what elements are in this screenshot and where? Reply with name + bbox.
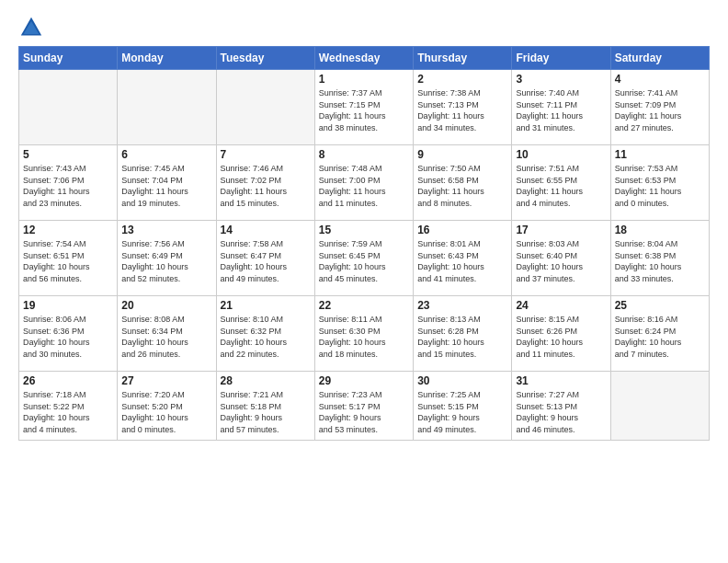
- day-number: 23: [417, 299, 507, 312]
- calendar-cell: 25Sunrise: 8:16 AM Sunset: 6:24 PM Dayli…: [610, 296, 709, 372]
- calendar-cell: 11Sunrise: 7:53 AM Sunset: 6:53 PM Dayli…: [610, 145, 709, 221]
- day-info: Sunrise: 8:04 AM Sunset: 6:38 PM Dayligh…: [615, 238, 705, 284]
- weekday-header-monday: Monday: [118, 47, 216, 70]
- calendar-cell: 5Sunrise: 7:43 AM Sunset: 7:06 PM Daylig…: [19, 145, 118, 221]
- calendar-cell: 3Sunrise: 7:40 AM Sunset: 7:11 PM Daylig…: [512, 70, 610, 145]
- day-info: Sunrise: 7:54 AM Sunset: 6:51 PM Dayligh…: [23, 238, 113, 284]
- day-info: Sunrise: 7:56 AM Sunset: 6:49 PM Dayligh…: [121, 238, 211, 284]
- day-number: 9: [417, 148, 507, 161]
- weekday-header-wednesday: Wednesday: [314, 47, 413, 70]
- day-number: 5: [23, 148, 113, 161]
- day-info: Sunrise: 8:15 AM Sunset: 6:26 PM Dayligh…: [516, 314, 606, 360]
- calendar-cell: 21Sunrise: 8:10 AM Sunset: 6:32 PM Dayli…: [216, 296, 314, 372]
- weekday-header-sunday: Sunday: [19, 47, 118, 70]
- day-info: Sunrise: 7:21 AM Sunset: 5:18 PM Dayligh…: [221, 389, 311, 435]
- weekday-header-friday: Friday: [512, 47, 610, 70]
- day-number: 1: [319, 73, 409, 86]
- calendar-cell: 22Sunrise: 8:11 AM Sunset: 6:30 PM Dayli…: [314, 296, 413, 372]
- logo: [18, 15, 48, 40]
- calendar-cell: 4Sunrise: 7:41 AM Sunset: 7:09 PM Daylig…: [610, 70, 709, 145]
- day-number: 22: [319, 299, 409, 312]
- day-info: Sunrise: 8:13 AM Sunset: 6:28 PM Dayligh…: [417, 314, 507, 360]
- calendar-cell: [19, 70, 118, 145]
- calendar-header: SundayMondayTuesdayWednesdayThursdayFrid…: [19, 47, 710, 70]
- day-number: 31: [516, 374, 606, 387]
- day-number: 12: [23, 224, 113, 236]
- calendar-cell: 8Sunrise: 7:48 AM Sunset: 7:00 PM Daylig…: [314, 145, 413, 221]
- day-info: Sunrise: 8:10 AM Sunset: 6:32 PM Dayligh…: [221, 314, 311, 360]
- calendar-cell: 17Sunrise: 8:03 AM Sunset: 6:40 PM Dayli…: [512, 221, 610, 296]
- calendar-cell: 6Sunrise: 7:45 AM Sunset: 7:04 PM Daylig…: [118, 145, 216, 221]
- day-info: Sunrise: 7:43 AM Sunset: 7:06 PM Dayligh…: [23, 163, 113, 209]
- calendar-cell: 23Sunrise: 8:13 AM Sunset: 6:28 PM Dayli…: [414, 296, 512, 372]
- page: SundayMondayTuesdayWednesdayThursdayFrid…: [0, 0, 728, 563]
- week-row-4: 19Sunrise: 8:06 AM Sunset: 6:36 PM Dayli…: [19, 296, 710, 372]
- calendar-cell: 31Sunrise: 7:27 AM Sunset: 5:13 PM Dayli…: [512, 372, 610, 441]
- day-info: Sunrise: 7:41 AM Sunset: 7:09 PM Dayligh…: [615, 87, 705, 133]
- weekday-row: SundayMondayTuesdayWednesdayThursdayFrid…: [19, 47, 710, 70]
- day-number: 4: [615, 73, 705, 86]
- day-number: 26: [23, 374, 113, 387]
- day-number: 29: [319, 374, 409, 387]
- day-number: 24: [516, 299, 606, 312]
- calendar-table: SundayMondayTuesdayWednesdayThursdayFrid…: [18, 46, 710, 441]
- day-info: Sunrise: 7:50 AM Sunset: 6:58 PM Dayligh…: [417, 163, 507, 209]
- calendar-cell: 20Sunrise: 8:08 AM Sunset: 6:34 PM Dayli…: [118, 296, 216, 372]
- calendar-cell: [118, 70, 216, 145]
- calendar-cell: 26Sunrise: 7:18 AM Sunset: 5:22 PM Dayli…: [19, 372, 118, 441]
- weekday-header-thursday: Thursday: [414, 47, 512, 70]
- day-info: Sunrise: 7:20 AM Sunset: 5:20 PM Dayligh…: [121, 389, 211, 435]
- day-info: Sunrise: 8:06 AM Sunset: 6:36 PM Dayligh…: [23, 314, 113, 360]
- calendar-cell: 16Sunrise: 8:01 AM Sunset: 6:43 PM Dayli…: [414, 221, 512, 296]
- day-info: Sunrise: 7:59 AM Sunset: 6:45 PM Dayligh…: [319, 238, 409, 284]
- day-number: 14: [221, 224, 311, 236]
- day-number: 3: [516, 73, 606, 86]
- day-number: 27: [121, 374, 211, 387]
- calendar-cell: 7Sunrise: 7:46 AM Sunset: 7:02 PM Daylig…: [216, 145, 314, 221]
- calendar-cell: 12Sunrise: 7:54 AM Sunset: 6:51 PM Dayli…: [19, 221, 118, 296]
- day-info: Sunrise: 7:38 AM Sunset: 7:13 PM Dayligh…: [417, 87, 507, 133]
- day-number: 2: [417, 73, 507, 86]
- day-number: 6: [121, 148, 211, 161]
- day-number: 10: [516, 148, 606, 161]
- day-number: 30: [417, 374, 507, 387]
- day-info: Sunrise: 7:37 AM Sunset: 7:15 PM Dayligh…: [319, 87, 409, 133]
- calendar-cell: 24Sunrise: 8:15 AM Sunset: 6:26 PM Dayli…: [512, 296, 610, 372]
- logo-icon: [18, 15, 44, 40]
- day-info: Sunrise: 7:45 AM Sunset: 7:04 PM Dayligh…: [121, 163, 211, 209]
- day-info: Sunrise: 7:46 AM Sunset: 7:02 PM Dayligh…: [221, 163, 311, 209]
- week-row-2: 5Sunrise: 7:43 AM Sunset: 7:06 PM Daylig…: [19, 145, 710, 221]
- day-number: 19: [23, 299, 113, 312]
- calendar-cell: 2Sunrise: 7:38 AM Sunset: 7:13 PM Daylig…: [414, 70, 512, 145]
- calendar-cell: [610, 372, 709, 441]
- day-info: Sunrise: 8:16 AM Sunset: 6:24 PM Dayligh…: [615, 314, 705, 360]
- day-number: 8: [319, 148, 409, 161]
- header: [18, 15, 710, 40]
- day-info: Sunrise: 7:23 AM Sunset: 5:17 PM Dayligh…: [319, 389, 409, 435]
- day-info: Sunrise: 8:08 AM Sunset: 6:34 PM Dayligh…: [121, 314, 211, 360]
- day-info: Sunrise: 7:40 AM Sunset: 7:11 PM Dayligh…: [516, 87, 606, 133]
- calendar-body: 1Sunrise: 7:37 AM Sunset: 7:15 PM Daylig…: [19, 70, 710, 441]
- day-info: Sunrise: 7:51 AM Sunset: 6:55 PM Dayligh…: [516, 163, 606, 209]
- day-info: Sunrise: 7:18 AM Sunset: 5:22 PM Dayligh…: [23, 389, 113, 435]
- day-number: 17: [516, 224, 606, 236]
- calendar-cell: 14Sunrise: 7:58 AM Sunset: 6:47 PM Dayli…: [216, 221, 314, 296]
- day-number: 13: [121, 224, 211, 236]
- day-info: Sunrise: 8:03 AM Sunset: 6:40 PM Dayligh…: [516, 238, 606, 284]
- calendar-cell: 1Sunrise: 7:37 AM Sunset: 7:15 PM Daylig…: [314, 70, 413, 145]
- day-info: Sunrise: 7:58 AM Sunset: 6:47 PM Dayligh…: [221, 238, 311, 284]
- day-info: Sunrise: 7:25 AM Sunset: 5:15 PM Dayligh…: [417, 389, 507, 435]
- day-number: 18: [615, 224, 705, 236]
- calendar-cell: [216, 70, 314, 145]
- calendar-cell: 19Sunrise: 8:06 AM Sunset: 6:36 PM Dayli…: [19, 296, 118, 372]
- calendar-cell: 9Sunrise: 7:50 AM Sunset: 6:58 PM Daylig…: [414, 145, 512, 221]
- weekday-header-saturday: Saturday: [610, 47, 709, 70]
- day-info: Sunrise: 7:48 AM Sunset: 7:00 PM Dayligh…: [319, 163, 409, 209]
- week-row-5: 26Sunrise: 7:18 AM Sunset: 5:22 PM Dayli…: [19, 372, 710, 441]
- weekday-header-tuesday: Tuesday: [216, 47, 314, 70]
- day-info: Sunrise: 7:53 AM Sunset: 6:53 PM Dayligh…: [615, 163, 705, 209]
- calendar-cell: 30Sunrise: 7:25 AM Sunset: 5:15 PM Dayli…: [414, 372, 512, 441]
- day-number: 21: [221, 299, 311, 312]
- calendar-cell: 29Sunrise: 7:23 AM Sunset: 5:17 PM Dayli…: [314, 372, 413, 441]
- day-number: 7: [221, 148, 311, 161]
